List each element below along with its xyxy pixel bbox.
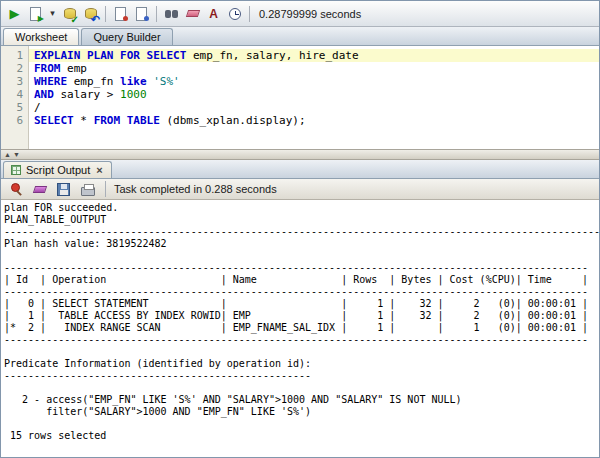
rollback-icon[interactable]: ↶ bbox=[81, 4, 100, 24]
code-line[interactable]: / bbox=[29, 101, 599, 114]
output-line bbox=[4, 382, 599, 394]
commit-icon[interactable]: ✓ bbox=[60, 4, 79, 24]
toolbar-separator bbox=[105, 181, 106, 197]
line-number: 3 bbox=[1, 75, 23, 88]
line-number: 1 bbox=[1, 49, 23, 62]
script-output-toolbar: Task completed in 0.288 seconds bbox=[1, 179, 599, 200]
worksheet-tab-bar: Worksheet Query Builder bbox=[1, 27, 599, 46]
sql-history-icon[interactable] bbox=[225, 4, 244, 24]
collapse-down-icon[interactable]: ▼ bbox=[13, 151, 20, 158]
tab-query-builder[interactable]: Query Builder bbox=[81, 28, 172, 45]
output-line: ----------------------------------------… bbox=[4, 226, 599, 238]
print-icon[interactable] bbox=[78, 179, 97, 199]
output-line: filter("SALARY">1000 AND "EMP_FN" LIKE '… bbox=[4, 406, 599, 418]
output-tab-bar: Script Output × bbox=[1, 160, 599, 179]
script-output-text[interactable]: plan FOR succeeded.PLAN_TABLE_OUTPUT----… bbox=[1, 200, 599, 457]
output-line: Plan hash value: 3819522482 bbox=[4, 238, 599, 250]
sql-tuning-icon[interactable] bbox=[162, 4, 181, 24]
collapse-up-icon[interactable]: ▲ bbox=[4, 151, 11, 158]
editor-code[interactable]: EXPLAIN PLAN FOR SELECT emp_fn, salary, … bbox=[29, 46, 599, 149]
output-line: ----------------------------------------… bbox=[4, 262, 599, 274]
run-statement-icon[interactable]: ▶ bbox=[5, 4, 24, 24]
output-line: 15 rows selected bbox=[4, 430, 599, 442]
output-line: Predicate Information (identified by ope… bbox=[4, 358, 599, 370]
tab-script-output[interactable]: Script Output × bbox=[3, 161, 112, 178]
code-line[interactable]: WHERE emp_fn like 'S%' bbox=[29, 75, 599, 88]
output-line bbox=[4, 418, 599, 430]
clear-output-icon[interactable] bbox=[30, 179, 49, 199]
toolbar-separator bbox=[249, 6, 250, 22]
script-output-icon bbox=[11, 165, 21, 175]
format-case-icon[interactable]: A bbox=[204, 4, 223, 24]
clear-worksheet-icon[interactable] bbox=[183, 4, 202, 24]
autotrace-icon[interactable] bbox=[132, 4, 151, 24]
line-number: 5 bbox=[1, 101, 23, 114]
output-line: PLAN_TABLE_OUTPUT bbox=[4, 214, 599, 226]
code-line[interactable]: EXPLAIN PLAN FOR SELECT emp_fn, salary, … bbox=[29, 49, 599, 62]
output-line: 2 - access("EMP_FN" LIKE 'S%' AND "SALAR… bbox=[4, 394, 599, 406]
worksheet-toolbar: ▶ ▶ ▾ ✓ ↶ A 0.28799999 seconds bbox=[1, 1, 599, 27]
toolbar-separator bbox=[105, 6, 106, 22]
line-number: 4 bbox=[1, 88, 23, 101]
output-line: plan FOR succeeded. bbox=[4, 202, 599, 214]
run-script-icon[interactable]: ▶ bbox=[26, 4, 45, 24]
output-line: ----------------------------------------… bbox=[4, 370, 599, 382]
line-number: 6 bbox=[1, 114, 23, 127]
output-line: ----------------------------------------… bbox=[4, 286, 599, 298]
script-output-tab-label: Script Output bbox=[26, 164, 90, 176]
code-line[interactable]: AND salary > 1000 bbox=[29, 88, 599, 101]
sql-worksheet-window: ▶ ▶ ▾ ✓ ↶ A 0.28799999 seconds Worksheet… bbox=[0, 0, 600, 458]
task-status-label: Task completed in 0.288 seconds bbox=[114, 183, 277, 195]
explain-plan-icon[interactable] bbox=[111, 4, 130, 24]
tab-worksheet[interactable]: Worksheet bbox=[3, 28, 79, 45]
output-line: | Id | Operation | Name | Rows | Bytes |… bbox=[4, 274, 599, 286]
output-line: ----------------------------------------… bbox=[4, 334, 599, 346]
execution-time-label: 0.28799999 seconds bbox=[259, 8, 361, 20]
output-line: | 0 | SELECT STATEMENT | | 1 | 32 | 2 (0… bbox=[4, 298, 599, 310]
panel-splitter[interactable]: ▲ ▼ bbox=[1, 149, 599, 160]
output-line bbox=[4, 346, 599, 358]
output-line bbox=[4, 250, 599, 262]
run-dropdown-arrow-icon[interactable]: ▾ bbox=[47, 4, 58, 24]
close-icon[interactable]: × bbox=[95, 165, 103, 176]
code-line[interactable]: FROM emp bbox=[29, 62, 599, 75]
output-line: |* 2 | INDEX RANGE SCAN | EMP_FNAME_SAL_… bbox=[4, 322, 599, 334]
code-line[interactable]: SELECT * FROM TABLE (dbms_xplan.display)… bbox=[29, 114, 599, 127]
toolbar-separator bbox=[156, 6, 157, 22]
script-page-icon: ▶ bbox=[30, 7, 41, 21]
sql-editor[interactable]: 123456 EXPLAIN PLAN FOR SELECT emp_fn, s… bbox=[1, 46, 599, 149]
output-line: | 1 | TABLE ACCESS BY INDEX ROWID| EMP |… bbox=[4, 310, 599, 322]
save-icon[interactable] bbox=[54, 179, 73, 199]
editor-gutter: 123456 bbox=[1, 46, 29, 149]
pin-icon[interactable] bbox=[6, 179, 25, 199]
line-number: 2 bbox=[1, 62, 23, 75]
